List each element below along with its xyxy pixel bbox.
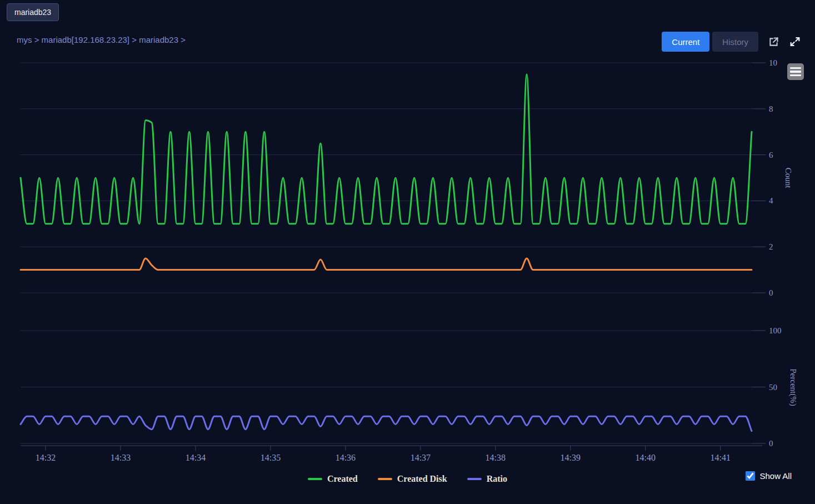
x-tick-label: 14:33: [111, 453, 131, 462]
y-axis-name: Percent(%): [788, 368, 798, 406]
series-line-created: [21, 74, 752, 224]
x-tick-label: 14:39: [561, 453, 581, 462]
legend-item-created-disk[interactable]: Created Disk: [378, 474, 447, 484]
x-tick-label: 14:37: [411, 453, 431, 462]
dashboard-root: mariadb23 mys > mariadb[192.168.23.23] >…: [0, 0, 815, 504]
x-tick-label: 14:35: [261, 453, 281, 462]
y-tick-label: 2: [769, 242, 773, 251]
metrics-chart[interactable]: 0246810Count050100Percent(%)14:3214:3314…: [0, 0, 815, 470]
series-line-created-disk: [21, 258, 752, 270]
series-line-ratio: [21, 416, 752, 431]
show-all-checkbox[interactable]: [746, 471, 755, 481]
y-tick-label: 10: [769, 58, 777, 67]
x-tick-label: 14:34: [186, 453, 206, 462]
legend-label: Ratio: [487, 474, 507, 484]
y-axis-name: Count: [784, 168, 793, 189]
x-tick-label: 14:36: [336, 453, 356, 462]
legend-item-ratio[interactable]: Ratio: [467, 474, 507, 484]
y-tick-label: 6: [769, 151, 773, 159]
x-tick-label: 14:38: [486, 453, 506, 462]
chart-legend: CreatedCreated DiskRatio: [0, 474, 815, 484]
y-tick-label: 50: [769, 383, 777, 392]
x-tick-label: 14:40: [636, 453, 656, 462]
show-all-control[interactable]: Show All: [746, 471, 792, 481]
legend-label: Created Disk: [397, 474, 447, 484]
legend-label: Created: [327, 474, 358, 484]
y-tick-label: 0: [769, 439, 773, 448]
created-swatch-icon: [308, 478, 322, 480]
x-tick-label: 14:32: [36, 453, 56, 462]
y-tick-label: 0: [769, 288, 773, 297]
show-all-label: Show All: [759, 471, 792, 481]
y-tick-label: 4: [769, 196, 773, 205]
y-tick-label: 100: [769, 326, 782, 335]
ratio-swatch-icon: [467, 478, 482, 480]
created-disk-swatch-icon: [378, 478, 392, 480]
legend-item-created[interactable]: Created: [308, 474, 358, 484]
x-tick-label: 14:41: [711, 453, 731, 462]
y-tick-label: 8: [769, 104, 773, 113]
